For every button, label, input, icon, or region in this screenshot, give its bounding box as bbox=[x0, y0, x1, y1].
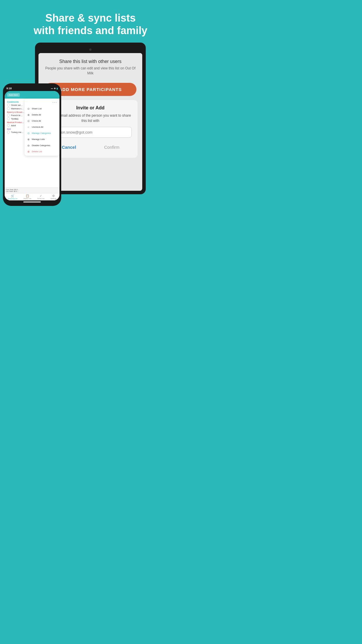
disable-categories-icon: ⊖ bbox=[27, 144, 30, 147]
tab-todo-label: To Do List bbox=[37, 198, 44, 200]
manage-categories-icon: ⊙ bbox=[27, 132, 30, 135]
uncheck-all-icon: ○ bbox=[27, 125, 30, 129]
manage-lists-icon: ⊕ bbox=[27, 138, 30, 141]
share-list-label: Share List bbox=[32, 107, 42, 110]
context-menu: ··· ⊙ Share List ⊗ Delete All ⊙ Check Al… bbox=[24, 99, 59, 156]
devices-container: Share this list with other users People … bbox=[0, 43, 181, 270]
tab-shopping-list[interactable]: 🛒 Shopping List bbox=[8, 194, 17, 200]
item-checkbox[interactable] bbox=[7, 124, 10, 127]
list-total: List Total: $0.0… bbox=[6, 190, 58, 192]
phone-notch bbox=[31, 87, 34, 90]
menu-item-delete-all[interactable]: ⊗ Delete All bbox=[24, 112, 59, 118]
item-checkbox[interactable] bbox=[7, 117, 10, 120]
share-icon: ⊙ bbox=[27, 107, 30, 110]
share-title: Share this list with other users bbox=[44, 59, 136, 64]
item-text: Turkey me… bbox=[11, 131, 24, 134]
pantry-icon: 📋 bbox=[26, 194, 29, 197]
confirm-button[interactable]: Confirm bbox=[92, 142, 132, 153]
tab-pantry-label: Pantry List bbox=[24, 198, 31, 200]
item-text: Marinara s… bbox=[11, 107, 24, 110]
hero-title: Share & sync lists with friends and fami… bbox=[0, 0, 181, 43]
menu-item-manage-categories[interactable]: ⊙ Manage Categories bbox=[24, 130, 59, 136]
delete-list-label: Delete List bbox=[32, 150, 42, 153]
item-text: Tortillas bbox=[11, 118, 18, 120]
invite-subtitle: Enter email address of the person you wa… bbox=[49, 113, 132, 123]
item-checkbox[interactable] bbox=[7, 107, 10, 110]
item-text: Advil bbox=[11, 124, 16, 127]
invite-buttons: Cancel Confirm bbox=[49, 142, 132, 153]
menu-item-manage-lists[interactable]: ⊕ Manage Lists bbox=[24, 136, 59, 142]
share-subtitle: People you share with can edit and view … bbox=[44, 66, 136, 76]
phone-signal-icons: ▪▪▪ ◉ ▮ bbox=[51, 87, 58, 90]
manage-categories-label: Manage Categories bbox=[32, 132, 51, 134]
phone-device: 9:18 ▪▪▪ ◉ ▮ Add Item Condiments Greek s… bbox=[3, 83, 61, 206]
todo-icon: ✓ bbox=[40, 194, 42, 197]
check-all-label: Check All bbox=[32, 120, 41, 122]
item-checkbox[interactable] bbox=[7, 131, 10, 134]
settings-icon: ⚙ bbox=[52, 194, 55, 197]
item-text: Greek sal… bbox=[11, 104, 23, 106]
tab-pantry-list[interactable]: 📋 Pantry List bbox=[24, 194, 31, 200]
manage-lists-label: Manage Lists bbox=[32, 138, 45, 141]
item-text: French br… bbox=[11, 114, 23, 117]
share-header: Share this list with other users People … bbox=[38, 53, 142, 79]
add-item-label[interactable]: Add Item bbox=[7, 93, 20, 97]
phone-tab-bar: 🛒 Shopping List 📋 Pantry List ✓ To Do Li… bbox=[5, 193, 59, 200]
home-indicator bbox=[23, 202, 41, 202]
tablet-camera bbox=[89, 48, 92, 51]
menu-item-delete-list[interactable]: ⊗ Delete List bbox=[24, 148, 59, 155]
menu-item-share-list[interactable]: ⊙ Share List bbox=[24, 106, 59, 112]
email-input[interactable] bbox=[49, 127, 132, 138]
phone-screen: Add Item Condiments Greek sal… Marinara … bbox=[5, 91, 59, 200]
check-all-icon: ⊙ bbox=[27, 119, 30, 123]
invite-title: Invite or Add bbox=[49, 105, 132, 111]
item-checkbox[interactable] bbox=[7, 114, 10, 117]
phone-time: 9:18 bbox=[6, 87, 12, 90]
more-options-dots[interactable]: ··· bbox=[24, 100, 59, 106]
item-checkbox[interactable] bbox=[7, 104, 10, 106]
menu-item-uncheck-all[interactable]: ○ Uncheck All bbox=[24, 124, 59, 130]
tab-settings[interactable]: ⚙ Settings bbox=[51, 194, 57, 200]
phone-status-bar: 9:18 ▪▪▪ ◉ ▮ bbox=[5, 86, 59, 91]
battery-icon: ▮ bbox=[57, 87, 58, 90]
tab-todo-list[interactable]: ✓ To Do List bbox=[37, 194, 44, 200]
menu-item-check-all[interactable]: ⊙ Check All bbox=[24, 118, 59, 124]
delete-all-label: Delete All bbox=[32, 113, 41, 116]
tab-shopping-label: Shopping List bbox=[8, 198, 17, 200]
signal-icon: ▪▪▪ bbox=[51, 88, 53, 90]
disable-categories-label: Disable Categories bbox=[32, 144, 50, 147]
phone-bottom-totals: Cart Total: $0.0… List Total: $0.0… bbox=[5, 188, 59, 193]
shopping-list-icon: 🛒 bbox=[11, 194, 14, 197]
phone-header: Add Item bbox=[5, 91, 59, 99]
uncheck-all-label: Uncheck All bbox=[32, 126, 43, 128]
tab-settings-label: Settings bbox=[51, 198, 57, 200]
wifi-icon: ◉ bbox=[54, 87, 56, 90]
delete-all-icon: ⊗ bbox=[27, 113, 30, 116]
menu-item-disable-categories[interactable]: ⊖ Disable Categories bbox=[24, 142, 59, 148]
delete-list-icon: ⊗ bbox=[27, 150, 30, 153]
